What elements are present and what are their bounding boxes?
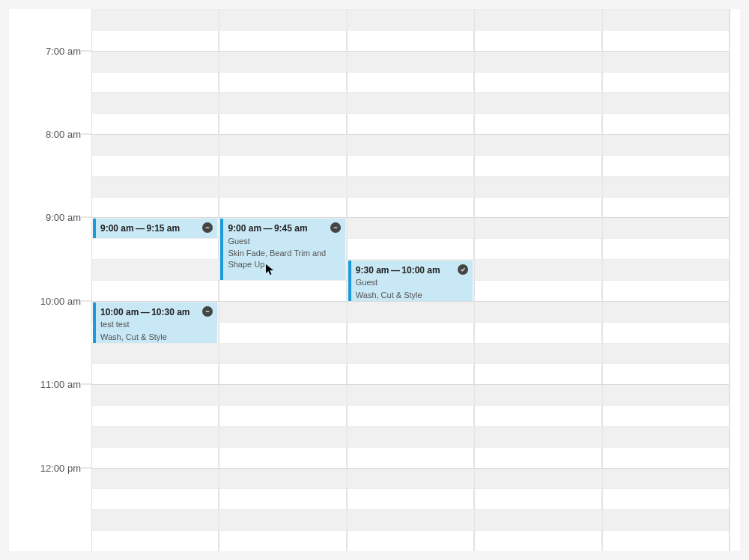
hour-line — [91, 301, 730, 302]
subslot-line — [91, 113, 730, 114]
status-confirmed-icon — [458, 264, 468, 275]
slot-shade — [91, 51, 730, 72]
column-line — [474, 9, 475, 551]
time-label: 7:00 am — [46, 45, 81, 56]
slot-shade — [91, 343, 730, 364]
subslot-line — [91, 530, 730, 531]
subslot-line — [91, 92, 730, 93]
time-tick — [81, 300, 91, 301]
hour-line — [91, 51, 730, 52]
subslot-line — [91, 343, 730, 344]
slot-shade — [91, 509, 730, 530]
appointment-time: 9:00 am — 9:15 am — [100, 222, 213, 234]
appointment-client: Guest — [100, 236, 213, 239]
subslot-line — [91, 447, 730, 448]
subslot-line — [91, 72, 730, 73]
column-line — [91, 9, 92, 551]
appointment-time: 9:00 am — 9:45 am — [228, 222, 340, 234]
subslot-line — [91, 238, 730, 239]
calendar-view: 7:00 am8:00 am9:00 am10:00 am11:00 am12:… — [0, 0, 749, 560]
slot-shade — [91, 92, 730, 113]
appointment-client: test test — [100, 319, 213, 330]
subslot-line — [91, 197, 730, 198]
slot-shade — [91, 176, 730, 197]
appointment-client: Guest — [356, 277, 468, 288]
time-gutter: 7:00 am8:00 am9:00 am10:00 am11:00 am12:… — [9, 9, 91, 551]
subslot-line — [91, 363, 730, 364]
subslot-line — [91, 259, 730, 260]
time-tick — [81, 384, 91, 385]
status-minus-icon — [202, 222, 213, 233]
appointment-card[interactable]: 10:00 am — 10:30 amtest testWash, Cut & … — [93, 302, 217, 343]
appointment-service: Wash, Cut & Style — [356, 290, 468, 301]
subslot-line — [91, 9, 730, 10]
right-gutter — [729, 9, 740, 551]
status-minus-icon — [202, 306, 213, 317]
slot-shade — [91, 384, 730, 405]
time-tick — [81, 134, 91, 135]
subslot-line — [91, 176, 730, 177]
hour-line — [91, 468, 730, 469]
slot-shade — [91, 468, 730, 489]
calendar-panel: 7:00 am8:00 am9:00 am10:00 am11:00 am12:… — [9, 9, 740, 551]
svg-rect-1 — [206, 228, 210, 228]
calendar-grid[interactable]: 7:00 am8:00 am9:00 am10:00 am11:00 am12:… — [9, 9, 740, 551]
appointment-time: 10:00 am — 10:30 am — [100, 306, 213, 318]
subslot-line — [91, 405, 730, 406]
svg-rect-6 — [206, 311, 210, 311]
subslot-line — [91, 426, 730, 427]
day-columns[interactable]: 9:00 am — 9:15 amGuest9:00 am — 9:45 amG… — [91, 9, 730, 551]
time-tick — [81, 217, 91, 218]
appointment-time: 9:30 am — 10:00 am — [356, 264, 468, 276]
appointment-service: Wash, Cut & Style — [100, 332, 213, 343]
appointment-card[interactable]: 9:30 am — 10:00 amGuestWash, Cut & Style — [348, 261, 473, 301]
svg-point-4 — [459, 266, 467, 273]
time-label: 11:00 am — [40, 379, 81, 390]
time-label: 12:00 pm — [40, 462, 81, 473]
appointment-client: Guest — [228, 236, 340, 247]
time-label: 10:00 am — [40, 295, 81, 306]
time-tick — [81, 50, 91, 51]
subslot-line — [91, 30, 730, 31]
time-label: 8:00 am — [46, 129, 81, 140]
appointment-card[interactable]: 9:00 am — 9:45 amGuestSkin Fade, Beard T… — [220, 219, 345, 280]
status-minus-icon — [330, 222, 341, 233]
hour-line — [91, 217, 730, 218]
slot-shade — [91, 9, 730, 30]
subslot-line — [91, 488, 730, 489]
time-label: 9:00 am — [46, 212, 81, 223]
hour-line — [91, 384, 730, 385]
column-line — [219, 9, 219, 551]
column-line — [347, 9, 348, 551]
hour-line — [91, 134, 730, 135]
subslot-line — [91, 509, 730, 510]
appointment-service: Skin Fade, Beard Trim and Shape Up — [228, 248, 340, 270]
time-tick — [81, 467, 91, 468]
column-line — [602, 9, 603, 551]
svg-rect-3 — [333, 228, 337, 228]
appointment-card[interactable]: 9:00 am — 9:15 amGuest — [93, 219, 217, 238]
slot-shade — [91, 426, 730, 447]
slot-shade — [91, 134, 730, 155]
subslot-line — [91, 155, 730, 156]
